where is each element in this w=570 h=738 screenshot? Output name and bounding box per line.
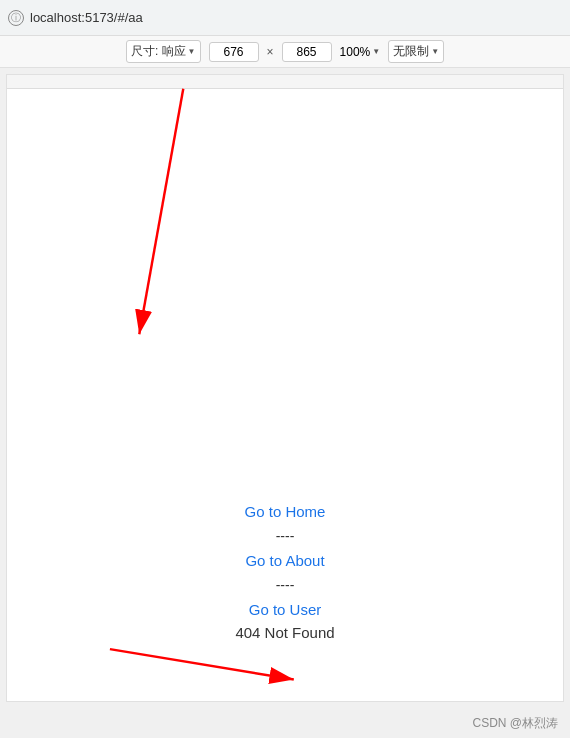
toolbar-row: 尺寸: 响应 ▼ × 100% ▼ 无限制 ▼ (0, 36, 570, 68)
scrollbar-top[interactable] (7, 75, 563, 89)
unlimited-label: 无限制 (393, 43, 429, 60)
size-chevron-icon: ▼ (188, 47, 196, 56)
unlimited-chevron-icon: ▼ (431, 47, 439, 56)
browser-chrome: ⓘ localhost:5173/#/aa (0, 0, 570, 36)
main-content: Go to Home ---- Go to About ---- Go to U… (6, 74, 564, 702)
width-input[interactable] (209, 42, 259, 62)
separator-1: ---- (276, 528, 295, 544)
height-input[interactable] (282, 42, 332, 62)
zoom-chevron-icon: ▼ (372, 47, 380, 56)
go-user-link[interactable]: Go to User (249, 601, 322, 618)
go-about-link[interactable]: Go to About (245, 552, 324, 569)
info-icon: ⓘ (8, 10, 24, 26)
size-label: 尺寸: 响应 (131, 43, 186, 60)
page-content: Go to Home ---- Go to About ---- Go to U… (7, 89, 563, 701)
unlimited-select[interactable]: 无限制 ▼ (388, 40, 444, 63)
size-select[interactable]: 尺寸: 响应 ▼ (126, 40, 201, 63)
zoom-select[interactable]: 100% ▼ (340, 45, 381, 59)
go-home-link[interactable]: Go to Home (245, 503, 326, 520)
separator-2: ---- (276, 577, 295, 593)
csdn-attribution: CSDN @林烈涛 (472, 715, 558, 732)
url-bar: localhost:5173/#/aa (30, 10, 143, 25)
dimension-separator: × (267, 45, 274, 59)
bottom-bar: CSDN @林烈涛 (0, 708, 570, 738)
zoom-label: 100% (340, 45, 371, 59)
not-found-text: 404 Not Found (235, 624, 334, 641)
